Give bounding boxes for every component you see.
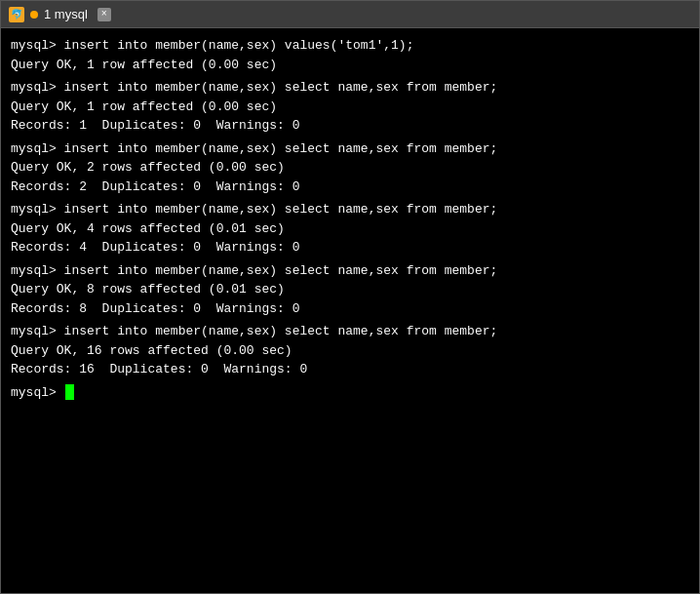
window: 🐬 1 mysql × mysql> insert into member(na… — [0, 0, 700, 594]
result-line: Query OK, 1 row affected (0.00 sec) — [11, 98, 689, 117]
result-line: Records: 2 Duplicates: 0 Warnings: 0 — [11, 178, 689, 197]
prompt-text: mysql> — [11, 385, 64, 400]
terminal-block: mysql> insert into member(name,sex) sele… — [11, 261, 689, 319]
terminal-block: mysql> insert into member(name,sex) sele… — [11, 200, 689, 257]
command-line: mysql> insert into member(name,sex) valu… — [11, 36, 689, 56]
command-line: mysql> insert into member(name,sex) sele… — [11, 200, 689, 219]
app-icon: 🐬 — [9, 7, 24, 22]
final-prompt-line: mysql> — [11, 383, 689, 403]
command-line: mysql> insert into member(name,sex) sele… — [11, 78, 689, 98]
command-line: mysql> insert into member(name,sex) sele… — [11, 261, 689, 281]
result-line: Query OK, 16 rows affected (0.00 sec) — [11, 341, 689, 361]
terminal-content: mysql> insert into member(name,sex) valu… — [11, 36, 689, 402]
result-line: Query OK, 1 row affected (0.00 sec) — [11, 56, 689, 75]
result-line: Records: 4 Duplicates: 0 Warnings: 0 — [11, 238, 689, 257]
tab-label[interactable]: 1 mysql — [44, 7, 88, 21]
result-line: Records: 8 Duplicates: 0 Warnings: 0 — [11, 299, 689, 319]
result-line: Query OK, 2 rows affected (0.00 sec) — [11, 158, 689, 178]
result-line: Records: 16 Duplicates: 0 Warnings: 0 — [11, 360, 689, 379]
result-line: Records: 1 Duplicates: 0 Warnings: 0 — [11, 116, 689, 136]
terminal-output[interactable]: mysql> insert into member(name,sex) valu… — [1, 28, 699, 593]
command-line: mysql> insert into member(name,sex) sele… — [11, 322, 689, 341]
status-dot — [30, 11, 38, 19]
titlebar: 🐬 1 mysql × — [1, 1, 699, 28]
command-line: mysql> insert into member(name,sex) sele… — [11, 139, 689, 159]
result-line: Query OK, 8 rows affected (0.01 sec) — [11, 280, 689, 299]
terminal-cursor — [65, 384, 74, 400]
terminal-block: mysql> insert into member(name,sex) valu… — [11, 36, 689, 74]
terminal-block: mysql> insert into member(name,sex) sele… — [11, 139, 689, 197]
terminal-block: mysql> insert into member(name,sex) sele… — [11, 322, 689, 379]
tab-close-button[interactable]: × — [97, 8, 111, 21]
result-line: Query OK, 4 rows affected (0.01 sec) — [11, 219, 689, 239]
terminal-block: mysql> insert into member(name,sex) sele… — [11, 78, 689, 136]
